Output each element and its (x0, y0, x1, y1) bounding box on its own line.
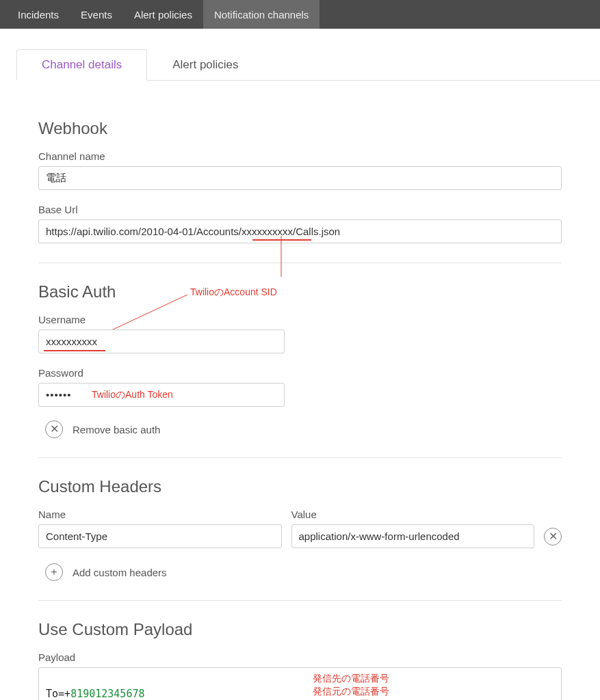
divider (38, 457, 562, 458)
add-custom-headers[interactable]: + Add custom headers (45, 563, 562, 581)
channel-name-input[interactable] (38, 166, 562, 190)
custom-headers-heading: Custom Headers (38, 477, 562, 496)
divider (38, 262, 562, 263)
tabs: Channel details Alert policies (16, 49, 600, 81)
base-url-text-prefix: https://api.twilio.com/2010-04-01/Accoun… (46, 226, 242, 237)
nav-incidents[interactable]: Incidents (7, 0, 70, 29)
add-custom-headers-label: Add custom headers (73, 567, 167, 578)
webhook-heading: Webhook (38, 119, 562, 138)
nav-alert-policies[interactable]: Alert policies (123, 0, 203, 29)
annotation-account-sid: TwilioのAccount SID (190, 286, 277, 299)
divider (38, 600, 562, 601)
base-url-text-sid: xxxxxxxxxx (242, 226, 293, 237)
annotation-from: 発信元の電話番号 (313, 685, 389, 698)
header-value-input[interactable] (291, 524, 535, 548)
payload-to-key: To=+ (46, 688, 70, 700)
payload-to-val: 819012345678 (70, 688, 144, 700)
annotation-auth-token: TwilioのAuth Token (92, 389, 173, 401)
remove-basic-auth-label: Remove basic auth (73, 424, 160, 435)
annotation-to: 発信先の電話番号 (313, 672, 389, 685)
header-value-label: Value (291, 509, 535, 520)
plus-icon: + (45, 563, 63, 581)
close-icon: ✕ (45, 420, 63, 438)
password-label: Password (38, 367, 562, 379)
channel-name-label: Channel name (38, 150, 562, 162)
username-label: Username (38, 314, 562, 325)
remove-basic-auth[interactable]: ✕ Remove basic auth (45, 420, 562, 438)
base-url-text-suffix: /Calls.json (293, 226, 340, 237)
sid-underline (252, 239, 311, 241)
payload-textarea[interactable]: To=+819012345678 From=+12345678901 Url=h… (38, 667, 562, 700)
payload-label: Payload (38, 651, 562, 663)
header-name-label: Name (38, 509, 282, 520)
top-nav: Incidents Events Alert policies Notifica… (0, 0, 600, 29)
nav-events[interactable]: Events (70, 0, 123, 29)
tab-channel-details[interactable]: Channel details (16, 49, 147, 81)
header-name-input[interactable] (38, 524, 282, 548)
username-underline (44, 350, 105, 351)
nav-notification-channels[interactable]: Notification channels (203, 0, 319, 29)
delete-header-icon[interactable]: ✕ (544, 528, 562, 546)
basic-auth-heading: Basic Auth (38, 282, 562, 301)
base-url-label: Base Url (38, 204, 562, 215)
custom-payload-heading: Use Custom Payload (38, 620, 562, 639)
tab-alert-policies[interactable]: Alert policies (147, 49, 263, 81)
